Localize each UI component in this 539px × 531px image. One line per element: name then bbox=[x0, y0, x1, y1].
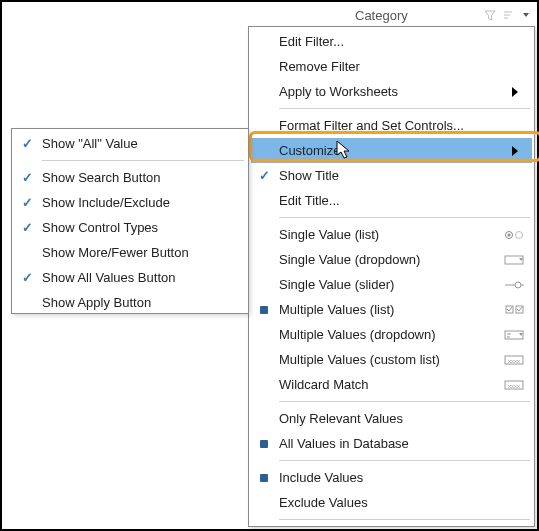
context-menu: Edit Filter... Remove Filter Apply to Wo… bbox=[248, 26, 535, 527]
svg-rect-3 bbox=[505, 256, 523, 264]
check-icon: ✓ bbox=[14, 270, 40, 285]
menu-item-hide-card[interactable]: Hide Card bbox=[251, 524, 532, 531]
check-icon: ✓ bbox=[14, 195, 40, 210]
checklist-icon bbox=[498, 305, 532, 315]
menu-item-multi-custom[interactable]: Multiple Values (custom list) xxxx bbox=[251, 347, 532, 372]
wildcard-icon: xxxx bbox=[498, 379, 532, 391]
submenu-item-show-apply[interactable]: Show Apply Button bbox=[14, 290, 246, 315]
svg-text:xxxx: xxxx bbox=[508, 358, 520, 364]
menu-item-single-dropdown[interactable]: Single Value (dropdown) bbox=[251, 247, 532, 272]
menu-item-single-list[interactable]: Single Value (list) bbox=[251, 222, 532, 247]
submenu-item-show-more-fewer[interactable]: Show More/Fewer Button bbox=[14, 240, 246, 265]
menu-item-all-values-db[interactable]: All Values in Database bbox=[251, 431, 532, 456]
menu-item-multi-dropdown[interactable]: Multiple Values (dropdown) bbox=[251, 322, 532, 347]
submenu-item-show-all[interactable]: ✓ Show "All" Value bbox=[14, 131, 246, 156]
dropdown-list-icon bbox=[498, 329, 532, 341]
submenu-item-show-include-exclude[interactable]: ✓ Show Include/Exclude bbox=[14, 190, 246, 215]
separator bbox=[42, 160, 244, 161]
check-icon: ✓ bbox=[14, 136, 40, 151]
bullet-icon bbox=[251, 474, 277, 482]
chevron-right-icon bbox=[498, 87, 532, 97]
chevron-right-icon bbox=[498, 146, 532, 156]
menu-item-show-title[interactable]: ✓ Show Title bbox=[251, 163, 532, 188]
separator bbox=[279, 217, 530, 218]
dropdown-icon bbox=[498, 254, 532, 266]
svg-point-1 bbox=[508, 233, 511, 236]
menu-item-exclude-values[interactable]: Exclude Values bbox=[251, 490, 532, 515]
menu-item-edit-title[interactable]: Edit Title... bbox=[251, 188, 532, 213]
menu-item-remove-filter[interactable]: Remove Filter bbox=[251, 54, 532, 79]
submenu-item-show-all-values-btn[interactable]: ✓ Show All Values Button bbox=[14, 265, 246, 290]
radio-icon bbox=[498, 230, 532, 240]
custom-list-icon: xxxx bbox=[498, 354, 532, 366]
separator bbox=[279, 460, 530, 461]
menu-item-apply-worksheets[interactable]: Apply to Worksheets bbox=[251, 79, 532, 104]
svg-text:xxxx: xxxx bbox=[508, 383, 520, 389]
svg-point-5 bbox=[515, 282, 521, 288]
check-icon: ✓ bbox=[14, 220, 40, 235]
submenu-item-show-search[interactable]: ✓ Show Search Button bbox=[14, 165, 246, 190]
submenu-item-show-control-types[interactable]: ✓ Show Control Types bbox=[14, 215, 246, 240]
separator bbox=[279, 519, 530, 520]
customize-submenu: ✓ Show "All" Value ✓ Show Search Button … bbox=[11, 128, 249, 314]
menu-item-edit-filter[interactable]: Edit Filter... bbox=[251, 29, 532, 54]
separator bbox=[279, 108, 530, 109]
bullet-icon bbox=[251, 306, 277, 314]
menu-item-customize[interactable]: Customize bbox=[251, 138, 532, 163]
check-icon: ✓ bbox=[14, 170, 40, 185]
menu-item-multi-list[interactable]: Multiple Values (list) bbox=[251, 297, 532, 322]
check-icon: ✓ bbox=[251, 168, 277, 183]
filter-icon[interactable] bbox=[481, 6, 499, 24]
bullet-icon bbox=[251, 440, 277, 448]
separator bbox=[279, 401, 530, 402]
menu-item-wildcard[interactable]: Wildcard Match xxxx bbox=[251, 372, 532, 397]
svg-point-2 bbox=[516, 231, 523, 238]
svg-rect-8 bbox=[505, 331, 523, 339]
menu-item-only-relevant[interactable]: Only Relevant Values bbox=[251, 406, 532, 431]
menu-item-include-values[interactable]: Include Values bbox=[251, 465, 532, 490]
menu-item-single-slider[interactable]: Single Value (slider) bbox=[251, 272, 532, 297]
header-title: Category bbox=[347, 8, 408, 23]
filter-card-header: Category bbox=[347, 4, 535, 27]
sort-icon[interactable] bbox=[499, 6, 517, 24]
menu-item-format-filter[interactable]: Format Filter and Set Controls... bbox=[251, 113, 532, 138]
slider-icon bbox=[498, 280, 532, 290]
menu-dropdown-icon[interactable] bbox=[517, 6, 535, 24]
